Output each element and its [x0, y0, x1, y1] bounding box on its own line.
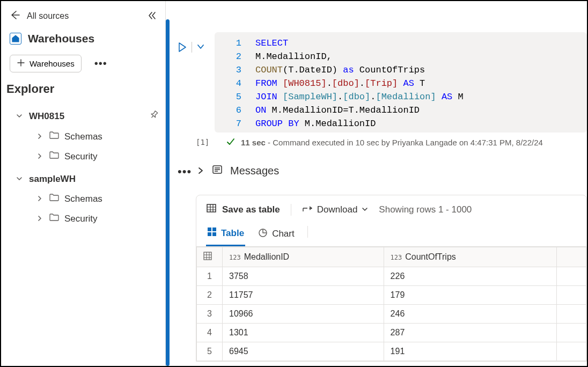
svg-rect-7 [204, 252, 211, 260]
row-index: 1 [197, 267, 223, 286]
tab-chart[interactable]: Chart [257, 222, 296, 246]
add-warehouse-button[interactable]: Warehouses [10, 55, 82, 72]
svg-rect-5 [212, 232, 216, 236]
folder-icon [49, 213, 59, 224]
folder-icon [49, 131, 59, 142]
code-text: ON M.MedallionID=T.MedallionID [255, 104, 420, 117]
tree-node-schemas[interactable]: Schemas [14, 189, 160, 209]
messages-icon [212, 164, 223, 178]
tree-node-label: sampleWH [29, 174, 76, 185]
chevron-right-icon [197, 165, 204, 177]
row-index: 2 [197, 286, 223, 305]
line-number: 5 [234, 90, 241, 104]
line-number: 2 [234, 50, 241, 63]
chart-icon [258, 228, 268, 240]
tab-label: Chart [272, 229, 295, 239]
line-number: 7 [234, 117, 241, 130]
download-icon [302, 203, 313, 216]
cell-index: [1] [196, 133, 215, 150]
table-row[interactable]: 310966246 [197, 305, 586, 324]
results-table: 123MedallionID 123CountOfTrips 137582262… [196, 247, 586, 361]
table-row[interactable]: 211757179 [197, 286, 586, 305]
tree-node-security[interactable]: Security [14, 209, 160, 229]
code-text: SELECT [255, 36, 288, 50]
tree-node-label: WH0815 [29, 111, 64, 122]
column-header-medallionid[interactable]: 123MedallionID [223, 247, 384, 267]
warehouse-icon [10, 33, 21, 45]
cell: 287 [384, 324, 557, 342]
chevron-down-icon [362, 204, 368, 215]
sql-editor[interactable]: 1SELECT2M.MedallionID,3COUNT(T.DateID) a… [215, 32, 587, 133]
cell-empty [557, 286, 586, 305]
cell: 226 [384, 267, 557, 286]
cell: 191 [384, 342, 557, 361]
code-text: M.MedallionID, [255, 50, 332, 63]
active-cell-indicator [166, 19, 170, 366]
table-row[interactable]: 13758226 [197, 267, 586, 286]
row-index: 3 [197, 305, 223, 324]
svg-rect-2 [208, 227, 211, 231]
collapse-icon[interactable] [147, 11, 157, 22]
tree-child-label: Security [64, 214, 97, 224]
tree-node-schemas[interactable]: Schemas [14, 127, 160, 146]
explorer-title: Explorer [6, 80, 160, 106]
chevron-down-icon [15, 174, 24, 185]
download-button[interactable]: Download [302, 203, 369, 216]
pin-icon[interactable] [149, 110, 159, 122]
row-index: 5 [197, 342, 223, 361]
messages-section[interactable]: Messages [196, 155, 587, 187]
chevron-right-icon [35, 194, 44, 204]
download-label: Download [317, 204, 358, 215]
cell-empty [557, 342, 586, 361]
line-number: 6 [234, 104, 241, 117]
line-number: 4 [234, 77, 241, 90]
cell: 3758 [223, 267, 384, 286]
folder-icon [49, 151, 59, 162]
table-header-rownum[interactable] [197, 247, 223, 267]
svg-rect-3 [212, 227, 216, 231]
chevron-down-icon [15, 111, 24, 122]
tree-node-samplewh[interactable]: sampleWH [14, 170, 160, 189]
row-index: 4 [197, 324, 223, 342]
column-header-empty [557, 247, 586, 267]
status-time: 11 sec [241, 138, 266, 147]
cell: 246 [384, 305, 557, 324]
tree-child-label: Schemas [64, 194, 102, 204]
table-icon [207, 227, 217, 239]
save-as-table-button[interactable]: Save as table [206, 203, 280, 216]
svg-rect-1 [207, 204, 216, 212]
divider [291, 204, 291, 216]
table-icon [206, 203, 217, 216]
tree-node-wh0815[interactable]: WH0815 [14, 106, 160, 127]
chevron-right-icon [35, 151, 44, 162]
table-row[interactable]: 41301287 [197, 324, 586, 342]
main-content: 1SELECT2M.MedallionID,3COUNT(T.DateID) a… [166, 1, 587, 366]
back-all-sources[interactable]: All sources [10, 10, 69, 23]
column-header-countoftrips[interactable]: 123CountOfTrips [384, 247, 557, 267]
tab-table[interactable]: Table [206, 222, 245, 246]
cell: 6945 [223, 342, 384, 361]
folder-icon [49, 193, 59, 204]
chevron-right-icon [35, 214, 44, 224]
code-text: JOIN [SampleWH].[dbo].[Medallion] AS M [255, 90, 464, 104]
cell: 1301 [223, 324, 384, 342]
tree-node-security[interactable]: Security [14, 146, 160, 166]
code-text: FROM [WH0815].[dbo].[Trip] AS T [255, 77, 425, 90]
line-number: 3 [234, 63, 241, 77]
cell: 10966 [223, 305, 384, 324]
table-row[interactable]: 56945191 [197, 342, 586, 361]
arrow-left-icon [10, 10, 20, 23]
divider [192, 42, 192, 53]
results-panel: Save as table Download Showing rows 1 - … [196, 195, 587, 362]
cell-more-menu[interactable]: ••• [178, 165, 192, 179]
more-menu[interactable]: ••• [91, 55, 111, 72]
page-title: Warehouses [28, 32, 94, 45]
messages-label: Messages [230, 165, 279, 177]
showing-rows-label: Showing rows 1 - 1000 [379, 204, 472, 215]
run-dropdown[interactable] [196, 42, 205, 53]
code-text: COUNT(T.DateID) as CountOfTrips [255, 63, 425, 77]
run-button[interactable] [178, 42, 187, 53]
chevron-right-icon [35, 131, 44, 142]
cell-empty [557, 305, 586, 324]
cell-empty [557, 267, 586, 286]
